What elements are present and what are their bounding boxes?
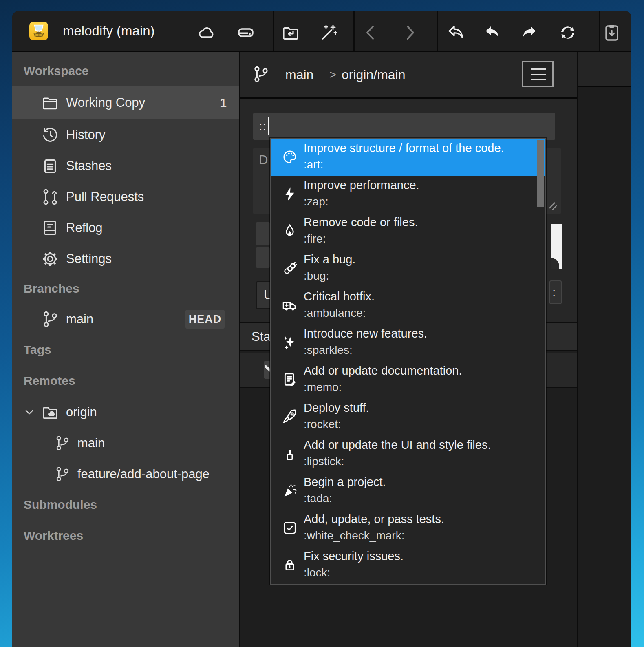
autocomplete-item[interactable]: Fix a bug. :bug: (271, 250, 545, 287)
sparkles-icon (282, 334, 298, 351)
clipboard-icon (41, 157, 60, 175)
resize-grip-icon[interactable] (547, 200, 559, 212)
check-box-icon (282, 520, 298, 536)
rocket-icon (282, 409, 298, 425)
emoji-autocomplete-popup: Improve structure / format of the code. … (270, 138, 546, 585)
book-icon (41, 219, 60, 237)
autocomplete-item[interactable]: Critical hotfix. :ambulance: (271, 287, 545, 324)
folder-icon (41, 93, 60, 112)
detail-pane-header (578, 52, 631, 87)
sidebar-section-branches: Branches (24, 282, 79, 296)
magic-wand-icon[interactable] (319, 23, 339, 42)
commit-option-row-fragment[interactable] (256, 247, 270, 268)
branch-icon (251, 65, 270, 84)
toolbar-separator (353, 11, 355, 51)
bug-icon (282, 260, 298, 276)
autocomplete-item[interactable]: Improve structure / format of the code. … (271, 139, 545, 176)
pull-request-icon (41, 188, 60, 206)
autocomplete-item[interactable]: Introduce new features. :sparkles: (271, 324, 545, 361)
sidebar-item-reflog[interactable]: Reflog (12, 212, 239, 243)
commit-option-row-fragment[interactable] (256, 222, 270, 245)
autocomplete-list: Improve structure / format of the code. … (271, 139, 545, 584)
clipboard-download-icon[interactable] (602, 23, 622, 42)
branch-header-bar: main > origin/main (240, 52, 577, 99)
forward-icon[interactable] (400, 23, 419, 42)
sidebar-section-tags: Tags (24, 343, 51, 357)
folder-cloud-icon (41, 403, 60, 422)
autocomplete-item[interactable]: Begin a project. :tada: (271, 473, 545, 510)
history-icon (41, 126, 60, 144)
tada-icon (282, 483, 298, 499)
toolbar-separator (273, 11, 274, 51)
cloud-icon[interactable] (196, 23, 216, 42)
autocomplete-item[interactable]: Add, update, or pass tests. :white_check… (271, 510, 545, 547)
sidebar-item-remote-branch-feature[interactable]: feature/add-about-page (12, 459, 239, 490)
folder-return-icon[interactable] (281, 23, 300, 42)
sidebar-item-label: Working Copy (66, 95, 145, 110)
text-caret (268, 117, 269, 135)
undo-arrow-icon[interactable] (483, 23, 502, 42)
breadcrumb-separator: > (329, 52, 336, 97)
gear-icon (41, 250, 60, 268)
branch-icon (54, 435, 71, 452)
sidebar-section-submodules: Submodules (24, 498, 97, 512)
breadcrumb-upstream[interactable]: origin/main (342, 52, 406, 97)
sidebar-item-history[interactable]: History (12, 119, 239, 150)
commit-summary-input[interactable]: :: (253, 113, 555, 140)
toolbar-separator (599, 11, 600, 51)
autocomplete-item[interactable]: Fix security issues. :lock: (271, 547, 545, 584)
sidebar-item-pull-requests[interactable]: Pull Requests (12, 181, 239, 212)
sidebar-item-settings[interactable]: Settings (12, 243, 239, 274)
palette-icon (282, 149, 298, 165)
partially-covered-white-element (551, 224, 562, 269)
lipstick-icon (282, 446, 298, 462)
app-window: melodify (main) (12, 11, 631, 647)
pull-arrow-icon[interactable] (446, 23, 466, 42)
branch-icon (54, 466, 71, 483)
titlebar: melodify (main) (12, 11, 631, 52)
sidebar: Workspace Working Copy 1 History Stashes… (12, 52, 240, 647)
toolbar-separator (437, 11, 438, 51)
autocomplete-item[interactable]: Improve performance. :zap: (271, 176, 545, 213)
sidebar-item-working-copy[interactable]: Working Copy 1 (12, 86, 239, 119)
sidebar-section-worktrees: Worktrees (24, 529, 83, 543)
fire-icon (282, 223, 298, 239)
ambulance-icon (282, 297, 298, 314)
sidebar-item-stashes[interactable]: Stashes (12, 150, 239, 181)
sidebar-section-remotes: Remotes (24, 374, 75, 388)
autocomplete-item[interactable]: Add or update the UI and style files. :l… (271, 435, 545, 473)
sidebar-section-workspace: Workspace (24, 64, 89, 78)
hamburger-menu-button[interactable] (522, 61, 554, 87)
back-icon[interactable] (361, 23, 381, 42)
autocomplete-item[interactable]: Remove code or files. :fire: (271, 213, 545, 250)
sync-arrows-icon[interactable] (558, 23, 578, 42)
sidebar-item-remote-origin[interactable]: origin (12, 397, 239, 428)
autocomplete-item[interactable]: Deploy stuff. :rocket: (271, 398, 545, 435)
sidebar-item-branch-main[interactable]: main HEAD (12, 304, 239, 335)
change-count-badge: 1 (220, 96, 227, 110)
branch-icon (41, 310, 60, 329)
chevron-down-icon[interactable] (23, 406, 36, 419)
redo-arrow-icon[interactable] (519, 23, 539, 42)
head-badge: HEAD (185, 310, 225, 329)
lock-icon (282, 557, 298, 573)
window-title: melodify (main) (63, 11, 155, 51)
breadcrumb-branch[interactable]: main (285, 52, 313, 97)
app-logo-icon (29, 22, 48, 40)
memo-icon (282, 371, 298, 388)
commit-button-fragment[interactable]: : (549, 280, 562, 304)
sidebar-item-remote-branch-main[interactable]: main (12, 428, 239, 459)
autocomplete-item[interactable]: Add or update documentation. :memo: (271, 361, 545, 398)
dropdown-scrollbar-thumb[interactable] (537, 140, 544, 207)
detail-pane (578, 52, 631, 647)
hard-drive-icon[interactable] (236, 23, 256, 42)
zap-icon (282, 186, 298, 202)
